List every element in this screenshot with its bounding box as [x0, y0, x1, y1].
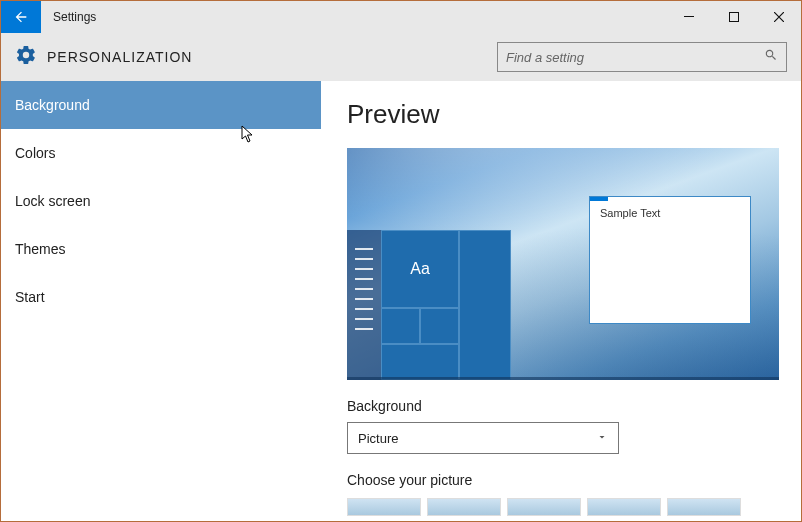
- header: PERSONALIZATION: [1, 33, 801, 81]
- search-input[interactable]: [506, 50, 764, 65]
- minimize-button[interactable]: [666, 1, 711, 33]
- picture-thumb[interactable]: [427, 498, 501, 516]
- window-controls: [666, 1, 801, 33]
- page-title: PERSONALIZATION: [47, 49, 192, 65]
- background-label: Background: [347, 398, 775, 414]
- background-select[interactable]: Picture: [347, 422, 619, 454]
- minimize-icon: [684, 12, 694, 22]
- sample-text: Sample Text: [600, 207, 660, 219]
- titlebar: Settings: [1, 1, 801, 33]
- search-box[interactable]: [497, 42, 787, 72]
- sidebar: Background Colors Lock screen Themes Sta…: [1, 81, 321, 521]
- choose-picture-label: Choose your picture: [347, 472, 775, 488]
- settings-window: Settings PERSONALIZATION: [0, 0, 802, 522]
- sidebar-item-background[interactable]: Background: [1, 81, 321, 129]
- svg-rect-0: [684, 16, 694, 17]
- body: Background Colors Lock screen Themes Sta…: [1, 81, 801, 521]
- picture-thumb[interactable]: [667, 498, 741, 516]
- start-tiles: Aa: [381, 230, 511, 380]
- back-button[interactable]: [1, 1, 41, 33]
- svg-rect-1: [729, 13, 738, 22]
- chevron-down-icon: [596, 431, 608, 446]
- picture-thumb[interactable]: [347, 498, 421, 516]
- picture-thumbnails: [347, 498, 775, 516]
- tile-aa: Aa: [381, 230, 459, 308]
- close-icon: [774, 12, 784, 22]
- start-rail: [347, 230, 381, 380]
- desktop-preview: Aa Sample Text: [347, 148, 779, 380]
- background-select-value: Picture: [358, 431, 398, 446]
- sidebar-item-start[interactable]: Start: [1, 273, 321, 321]
- main-content: Preview Aa Sample Text: [321, 81, 801, 521]
- preview-heading: Preview: [347, 99, 775, 130]
- search-icon: [764, 48, 778, 66]
- sample-window-mock: Sample Text: [589, 196, 751, 324]
- sidebar-item-themes[interactable]: Themes: [1, 225, 321, 273]
- sidebar-item-colors[interactable]: Colors: [1, 129, 321, 177]
- maximize-icon: [729, 12, 739, 22]
- gear-icon: [15, 44, 37, 70]
- picture-thumb[interactable]: [507, 498, 581, 516]
- maximize-button[interactable]: [711, 1, 756, 33]
- window-title: Settings: [53, 10, 96, 24]
- taskbar-mock: [347, 377, 779, 380]
- start-menu-mock: Aa: [347, 230, 511, 380]
- back-arrow-icon: [13, 9, 29, 25]
- close-button[interactable]: [756, 1, 801, 33]
- sidebar-item-lock-screen[interactable]: Lock screen: [1, 177, 321, 225]
- picture-thumb[interactable]: [587, 498, 661, 516]
